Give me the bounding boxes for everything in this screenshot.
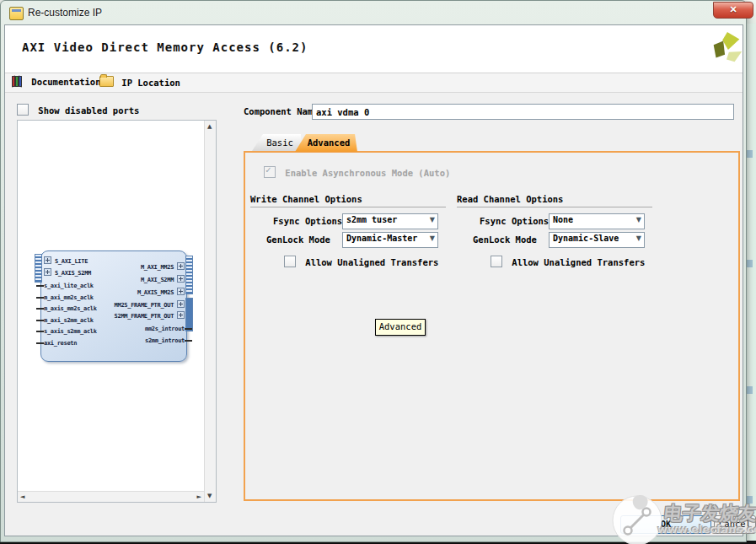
port-row: axi_resetn <box>44 339 77 347</box>
read-unaligned-checkbox[interactable]: Allow Unaligned Transfers <box>491 256 645 267</box>
plus-icon[interactable] <box>177 311 185 319</box>
enable-async-label: Enable Asynchronous Mode (Auto) <box>285 168 450 178</box>
bus-hatch-icon <box>185 256 193 294</box>
read-genlock-label: GenLock Mode <box>473 234 537 245</box>
dialog-client-area: AXI Video Direct Memory Access (6.2) Doc… <box>4 24 743 536</box>
plus-icon[interactable] <box>177 300 185 308</box>
port-stub <box>36 320 44 321</box>
port-stub <box>36 342 44 344</box>
write-unaligned-label: Allow Unaligned Transfers <box>305 257 438 267</box>
chevron-down-icon: ▼ <box>636 234 641 242</box>
ok-button[interactable]: OK <box>620 515 711 534</box>
port-s2mm-frame-ptr-out[interactable]: S2MM_FRAME_PTR_OUT <box>115 311 185 320</box>
folder-icon <box>99 76 114 87</box>
port-row: m_axis_mm2s_aclk <box>44 304 97 313</box>
port-stub <box>36 331 44 332</box>
checkbox-icon[interactable] <box>17 104 29 116</box>
tab-advanced[interactable]: Advanced <box>295 134 357 152</box>
documentation-label: Documentation <box>31 77 100 87</box>
port-s-axi-lite[interactable]: S_AXI_LITE <box>44 256 88 265</box>
port-stub <box>185 340 192 342</box>
show-disabled-ports-label: Show disabled ports <box>38 105 139 116</box>
read-fsync-select[interactable]: None ▼ <box>549 213 645 229</box>
plus-icon[interactable] <box>177 288 185 295</box>
scroll-down-icon[interactable]: ▼ <box>207 493 212 499</box>
tab-basic[interactable]: Basic <box>252 134 301 151</box>
component-name-label: Component Name <box>244 106 319 116</box>
plus-icon[interactable] <box>177 262 185 270</box>
port-mm2s-frame-ptr-out[interactable]: MM2S_FRAME_PTR_OUT <box>115 300 185 309</box>
vertical-scrollbar[interactable]: ▲ ▼ <box>204 121 216 502</box>
write-fsync-select[interactable]: s2mm tuser ▼ <box>342 213 438 229</box>
ip-location-label: IP Location <box>121 78 180 88</box>
chevron-down-icon: ▼ <box>430 234 435 242</box>
port-m-axi-mm2s[interactable]: M_AXI_MM2S <box>141 262 185 271</box>
write-genlock-label: GenLock Mode <box>266 234 330 245</box>
write-genlock-select[interactable]: Dynamic-Master ▼ <box>342 232 438 248</box>
ip-location-button[interactable]: IP Location <box>99 76 180 89</box>
re-customize-ip-dialog: Re-customize IP ✕ AXI Video Direct Memor… <box>0 0 747 542</box>
port-stub <box>36 297 44 299</box>
title-bar[interactable]: Re-customize IP ✕ <box>1 1 746 24</box>
checkbox-icon[interactable] <box>491 256 502 267</box>
read-unaligned-label: Allow Unaligned Transfers <box>512 257 645 267</box>
advanced-tooltip: Advanced <box>375 319 426 336</box>
xilinx-logo-icon <box>707 30 746 68</box>
port-stub <box>36 308 44 310</box>
plus-icon[interactable] <box>44 256 51 264</box>
window-icon <box>9 7 24 20</box>
ip-header: AXI Video Direct Memory Access (6.2) <box>5 25 743 73</box>
books-icon <box>12 76 24 87</box>
enable-async-checkbox: Enable Asynchronous Mode (Auto) <box>264 166 450 178</box>
ip-block[interactable]: S_AXI_LITE S_AXIS_S2MM s_axi_lite_aclk m… <box>40 250 187 362</box>
port-stub <box>185 328 192 330</box>
write-channel-section-title: Write Channel Options <box>250 194 446 207</box>
port-row: s2mm_introut <box>145 337 185 345</box>
close-button[interactable]: ✕ <box>713 2 753 19</box>
port-m-axi-s2mm[interactable]: M_AXI_S2MM <box>141 275 185 283</box>
horizontal-scrollbar[interactable]: ◄ ► <box>18 491 204 502</box>
show-disabled-ports-checkbox[interactable]: Show disabled ports <box>17 104 139 116</box>
bus-hatch-icon <box>35 254 42 283</box>
plus-icon[interactable] <box>44 268 51 276</box>
component-name-input[interactable] <box>312 104 734 120</box>
chevron-down-icon: ▼ <box>636 216 641 224</box>
plus-icon[interactable] <box>177 275 185 283</box>
close-icon: ✕ <box>729 4 737 14</box>
port-s-axis-s2mm[interactable]: S_AXIS_S2MM <box>44 268 91 277</box>
checkbox-icon[interactable] <box>284 256 296 267</box>
port-row: m_axi_mm2s_aclk <box>44 294 94 302</box>
block-diagram-panel[interactable]: ▲ ▼ ◄ ► S_AXI_LITE S_AXIS_S2MM <box>17 120 217 503</box>
scroll-right-icon[interactable]: ► <box>197 493 201 500</box>
chevron-down-icon: ▼ <box>430 216 435 224</box>
scroll-up-icon[interactable]: ▲ <box>207 123 212 130</box>
checkbox-checked-icon <box>264 166 276 178</box>
ip-title: AXI Video Direct Memory Access (6.2) <box>22 40 308 54</box>
scroll-left-icon[interactable]: ◄ <box>20 493 24 500</box>
cancel-button[interactable]: Cancel <box>714 515 756 534</box>
read-channel-section-title: Read Channel Options <box>457 194 652 207</box>
window-title: Re-customize IP <box>28 7 102 19</box>
bus-hatch-icon <box>185 298 193 331</box>
port-stub <box>36 285 44 287</box>
write-unaligned-checkbox[interactable]: Allow Unaligned Transfers <box>284 256 438 267</box>
read-fsync-label: Fsync Options <box>480 216 549 226</box>
advanced-tab-panel: Enable Asynchronous Mode (Auto) Write Ch… <box>244 151 740 501</box>
port-row: mm2s_introut <box>145 325 185 333</box>
port-row: s_axi_lite_aclk <box>44 282 94 290</box>
port-m-axis-mm2s[interactable]: M_AXIS_MM2S <box>137 288 185 296</box>
port-row: s_axis_s2mm_aclk <box>44 327 97 336</box>
write-fsync-label: Fsync Options <box>273 216 342 226</box>
port-row: m_axi_s2mm_aclk <box>44 316 94 325</box>
read-genlock-select[interactable]: Dynamic-Slave ▼ <box>549 232 645 248</box>
doc-toolbar: Documentation IP Location <box>5 73 743 93</box>
documentation-button[interactable]: Documentation <box>12 76 101 89</box>
